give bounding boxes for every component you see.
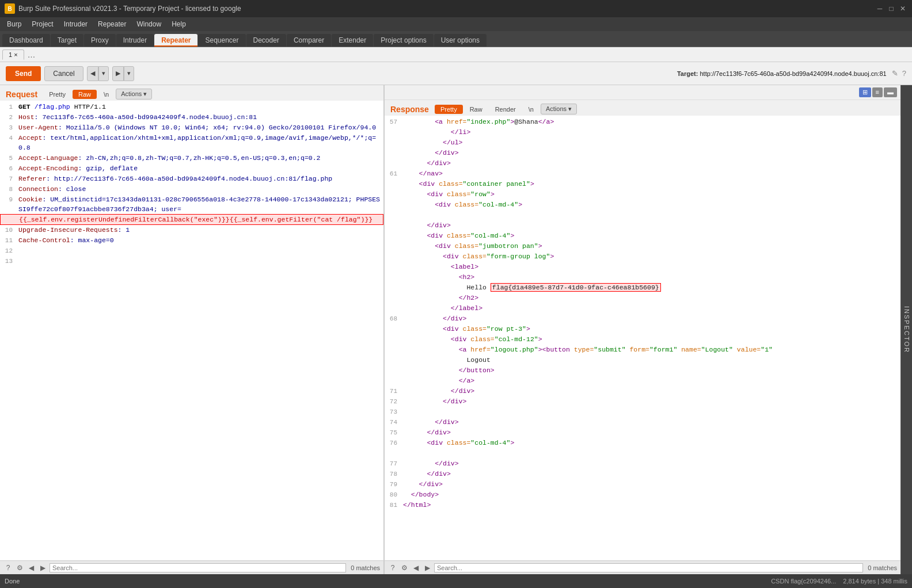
table-row: <div class="col-md-4"> — [385, 231, 900, 241]
table-row: <div class="row pt-3"> — [385, 324, 900, 334]
table-row: 7Referer: http://7ec113f6-7c65-460a-a50d… — [0, 174, 383, 184]
nav-forward-button[interactable]: ▶ — [112, 66, 124, 81]
main-tab-dashboard[interactable]: Dashboard — [2, 34, 50, 47]
request-search-settings-icon[interactable]: ⚙ — [15, 563, 24, 572]
status-text: Done — [5, 578, 20, 585]
request-actions-button[interactable]: Actions ▾ — [116, 89, 152, 100]
target-label: Target: http://7ec113f6-7c65-460a-a50d-b… — [677, 69, 906, 78]
send-button[interactable]: Send — [6, 66, 41, 81]
table-row: 6Accept-Encoding: gzip, deflate — [0, 163, 383, 174]
table-row: 76 <div class="col-md-4"> — [385, 438, 900, 448]
table-row: 61 </nav> — [385, 169, 900, 179]
request-tab-ln[interactable]: \n — [98, 90, 115, 99]
table-row: 57 <a href="index.php">@Shana</a> — [385, 117, 900, 127]
menu-item-window[interactable]: Window — [132, 18, 166, 30]
view-toggle-list[interactable]: ≡ — [872, 87, 883, 97]
table-row: 2Host: 7ec113f6-7c65-460a-a50d-bd99a4240… — [0, 112, 383, 123]
main-tab-project-options[interactable]: Project options — [374, 34, 433, 47]
table-row: 10Upgrade-Insecure-Requests: 1 — [0, 225, 383, 235]
table-row: <div class="col-md-4"> — [385, 200, 900, 210]
view-toggle-bar: ⊞ ≡ ▬ — [385, 85, 900, 100]
repeater-tab-1[interactable]: 1 × — [2, 49, 24, 60]
menu-item-repeater[interactable]: Repeater — [93, 18, 131, 30]
request-search-help-icon[interactable]: ? — [3, 563, 13, 572]
main-tab-intruder[interactable]: Intruder — [116, 34, 154, 47]
window-controls[interactable]: ─ □ ✕ — [875, 4, 907, 13]
request-tab-raw[interactable]: Raw — [73, 90, 97, 99]
app-title: Burp Suite Professional v2021.3 - Tempor… — [18, 5, 241, 13]
close-button[interactable]: ✕ — [898, 4, 907, 13]
maximize-button[interactable]: □ — [887, 4, 896, 13]
table-row: </label> — [385, 303, 900, 314]
table-row — [385, 448, 900, 459]
menu-item-help[interactable]: Help — [167, 18, 191, 30]
nav-back-dropdown[interactable]: ▾ — [98, 66, 109, 81]
table-row: <h2> — [385, 272, 900, 282]
table-row: </div> — [385, 148, 900, 158]
request-search-prev-icon[interactable]: ◀ — [26, 563, 36, 572]
nav-back-button[interactable]: ◀ — [87, 66, 98, 81]
main-tab-comparer[interactable]: Comparer — [287, 34, 331, 47]
table-row: <a href="logout.php"><button type="submi… — [385, 345, 900, 355]
table-row: <div class="row"> — [385, 189, 900, 200]
response-search-help-icon[interactable]: ? — [388, 563, 397, 572]
inspector-label: INSPECTOR — [903, 306, 910, 353]
menu-item-project[interactable]: Project — [27, 18, 58, 30]
response-search-matches: 0 matches — [868, 564, 897, 571]
main-tab-extender[interactable]: Extender — [332, 34, 373, 47]
main-tab-decoder[interactable]: Decoder — [246, 34, 286, 47]
request-title: Request — [6, 90, 37, 99]
table-row: 72 </div> — [385, 396, 900, 407]
table-row: <div class="container panel"> — [385, 179, 900, 189]
request-search-next-icon[interactable]: ▶ — [38, 563, 47, 572]
main-tab-proxy[interactable]: Proxy — [84, 34, 116, 47]
menu-item-intruder[interactable]: Intruder — [59, 18, 92, 30]
nav-group-left: ◀ ▾ — [87, 66, 109, 81]
cancel-button[interactable]: Cancel — [44, 66, 83, 81]
inspector-pane[interactable]: INSPECTOR — [900, 85, 912, 574]
table-row: 74 </div> — [385, 417, 900, 427]
request-search-bar: ? ⚙ ◀ ▶ 0 matches — [0, 560, 383, 574]
main-tab-user-options[interactable]: User options — [434, 34, 487, 47]
response-search-prev-icon[interactable]: ◀ — [411, 563, 420, 572]
table-row: 12 — [0, 246, 383, 256]
status-right: CSDN flag{c2094246... 2,814 bytes | 348 … — [771, 578, 907, 585]
table-row: </div> — [385, 158, 900, 169]
request-search-input[interactable] — [50, 563, 346, 572]
nav-forward-dropdown[interactable]: ▾ — [124, 66, 134, 81]
response-tab-render[interactable]: Render — [489, 105, 522, 114]
response-search-input[interactable] — [434, 563, 863, 572]
table-row: 73 — [385, 407, 900, 417]
table-row: 11Cache-Control: max-age=0 — [0, 235, 383, 246]
table-row: </button> — [385, 365, 900, 376]
nav-group-right: ▶ ▾ — [112, 66, 134, 81]
view-toggle-split[interactable]: ⊞ — [859, 87, 871, 97]
main-tab-repeater[interactable]: Repeater — [154, 34, 197, 47]
response-code-area: 57 <a href="index.php">@Shana</a> </li> … — [385, 116, 900, 560]
table-row: 79 </div> — [385, 479, 900, 490]
response-tab-raw[interactable]: Raw — [464, 105, 488, 114]
table-row: 68 </div> — [385, 314, 900, 324]
response-search-bar: ? ⚙ ◀ ▶ 0 matches — [385, 560, 900, 574]
help-icon[interactable]: ? — [902, 69, 906, 78]
response-actions-button[interactable]: Actions ▾ — [541, 104, 577, 114]
main-tab-target[interactable]: Target — [51, 34, 83, 47]
response-search-next-icon[interactable]: ▶ — [423, 563, 432, 572]
table-row: <div class="col-md-12"> — [385, 334, 900, 345]
table-row: 75 </div> — [385, 427, 900, 438]
response-search-settings-icon[interactable]: ⚙ — [400, 563, 409, 572]
main-tab-sequencer[interactable]: Sequencer — [198, 34, 245, 47]
edit-target-icon[interactable]: ✎ — [892, 69, 898, 78]
table-row: 81</html> — [385, 500, 900, 510]
table-row: <label> — [385, 262, 900, 272]
request-tab-pretty[interactable]: Pretty — [43, 90, 71, 99]
repeater-tab-dots[interactable]: … — [25, 50, 38, 59]
status-left: Done — [5, 578, 20, 585]
view-toggle-single[interactable]: ▬ — [884, 87, 897, 97]
response-tab-ln[interactable]: \n — [523, 105, 539, 114]
response-tab-pretty[interactable]: Pretty — [435, 105, 463, 114]
minimize-button[interactable]: ─ — [875, 4, 884, 13]
table-row: 4Accept: text/html,application/xhtml+xml… — [0, 133, 383, 153]
main-content: Request Pretty Raw \n Actions ▾ 1GET /fl… — [0, 85, 912, 574]
menu-item-burp[interactable]: Burp — [2, 18, 26, 30]
